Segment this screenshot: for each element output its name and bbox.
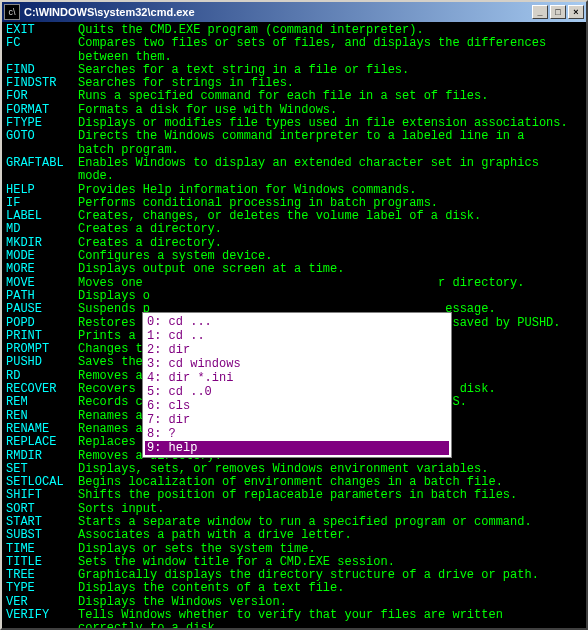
help-description: Formats a disk for use with Windows. — [78, 104, 337, 117]
window-buttons: _ □ × — [532, 5, 584, 19]
close-button[interactable]: × — [568, 5, 584, 19]
help-line: SUBSTAssociates a path with a drive lett… — [6, 529, 582, 542]
history-item[interactable]: 0: cd ... — [145, 315, 449, 329]
history-item[interactable]: 6: cls — [145, 399, 449, 413]
help-command: REN — [6, 410, 78, 423]
help-line: FORRuns a specified command for each fil… — [6, 90, 582, 103]
help-line: MOREDisplays output one screen at a time… — [6, 263, 582, 276]
help-command: LABEL — [6, 210, 78, 223]
help-description: Searches for strings in files. — [78, 77, 294, 90]
help-description: Removes a — [78, 370, 150, 383]
help-description: Displays the contents of a text file. — [78, 582, 344, 595]
help-description: Creates, changes, or deletes the volume … — [78, 210, 481, 223]
help-line: MDCreates a directory. — [6, 223, 582, 236]
history-item[interactable]: 7: dir — [145, 413, 449, 427]
help-command: REM — [6, 396, 78, 409]
help-command: GOTO — [6, 130, 78, 143]
help-line: MOVEMoves one r directory. — [6, 277, 582, 290]
help-description: Sorts input. — [78, 503, 164, 516]
help-command: TITLE — [6, 556, 78, 569]
help-description: Provides Help information for Windows co… — [78, 184, 416, 197]
help-command: MODE — [6, 250, 78, 263]
help-line-continuation: correctly to a disk. — [6, 622, 582, 628]
help-command: FINDSTR — [6, 77, 78, 90]
help-command: PROMPT — [6, 343, 78, 356]
help-line-continuation: between them. — [6, 51, 582, 64]
help-description: Quits the CMD.EXE program (command inter… — [78, 24, 424, 37]
maximize-button[interactable]: □ — [550, 5, 566, 19]
help-command: MORE — [6, 263, 78, 276]
help-description: Displays o — [78, 290, 150, 303]
help-line: FORMATFormats a disk for use with Window… — [6, 104, 582, 117]
help-line: IFPerforms conditional processing in bat… — [6, 197, 582, 210]
history-item[interactable]: 2: dir — [145, 343, 449, 357]
help-line-continuation: mode. — [6, 170, 582, 183]
help-command: SHIFT — [6, 489, 78, 502]
history-item[interactable]: 1: cd .. — [145, 329, 449, 343]
help-description: Performs conditional processing in batch… — [78, 197, 438, 210]
help-command: RENAME — [6, 423, 78, 436]
cmd-window: c\ C:\WINDOWS\system32\cmd.exe _ □ × EXI… — [0, 0, 588, 630]
cmd-icon: c\ — [4, 4, 20, 20]
minimize-button[interactable]: _ — [532, 5, 548, 19]
help-description: Moves one r directory. — [78, 277, 524, 290]
help-command: RD — [6, 370, 78, 383]
help-description: Configures a system device. — [78, 250, 272, 263]
help-command: VER — [6, 596, 78, 609]
help-line: TYPEDisplays the contents of a text file… — [6, 582, 582, 595]
help-line: GOTODirects the Windows command interpre… — [6, 130, 582, 143]
help-line: FCCompares two files or sets of files, a… — [6, 37, 582, 50]
help-description: Tells Windows whether to verify that you… — [78, 609, 503, 622]
help-line: FINDSTRSearches for strings in files. — [6, 77, 582, 90]
help-command: EXIT — [6, 24, 78, 37]
help-description: Enables Windows to display an extended c… — [78, 157, 539, 170]
history-item[interactable]: 5: cd ..0 — [145, 385, 449, 399]
help-command: PUSHD — [6, 356, 78, 369]
help-command: START — [6, 516, 78, 529]
help-description: Displays or modifies file types used in … — [78, 117, 568, 130]
history-item[interactable]: 3: cd windows — [145, 357, 449, 371]
help-command: FIND — [6, 64, 78, 77]
help-command: SORT — [6, 503, 78, 516]
help-description: Prints a t — [78, 330, 150, 343]
help-line: SORTSorts input. — [6, 503, 582, 516]
help-description: Displays or sets the system time. — [78, 543, 316, 556]
help-line-continuation: batch program. — [6, 144, 582, 157]
help-line: PATHDisplays o — [6, 290, 582, 303]
help-line: FINDSearches for a text string in a file… — [6, 64, 582, 77]
history-item[interactable]: 8: ? — [145, 427, 449, 441]
help-description: Sets the window title for a CMD.EXE sess… — [78, 556, 395, 569]
help-command: HELP — [6, 184, 78, 197]
terminal-area[interactable]: EXITQuits the CMD.EXE program (command i… — [2, 22, 586, 628]
help-line: SHIFTShifts the position of replaceable … — [6, 489, 582, 502]
help-description: Runs a specified command for each file i… — [78, 90, 488, 103]
help-description: Displays, sets, or removes Windows envir… — [78, 463, 488, 476]
titlebar[interactable]: c\ C:\WINDOWS\system32\cmd.exe _ □ × — [2, 2, 586, 22]
help-line: SETLOCALBegins localization of environme… — [6, 476, 582, 489]
history-item[interactable]: 9: help — [145, 441, 449, 455]
help-description: Changes th — [78, 343, 150, 356]
command-history-popup[interactable]: 0: cd ...1: cd ..2: dir3: cd windows4: d… — [142, 312, 452, 458]
help-description: Begins localization of environment chang… — [78, 476, 503, 489]
help-command: POPD — [6, 317, 78, 330]
window-title: C:\WINDOWS\system32\cmd.exe — [24, 6, 532, 18]
help-description: Displays output one screen at a time. — [78, 263, 344, 276]
help-description: Directs the Windows command interpreter … — [78, 130, 524, 143]
history-item[interactable]: 4: dir *.ini — [145, 371, 449, 385]
help-line: LABELCreates, changes, or deletes the vo… — [6, 210, 582, 223]
help-line: HELPProvides Help information for Window… — [6, 184, 582, 197]
help-description: Starts a separate window to run a specif… — [78, 516, 532, 529]
help-command: PATH — [6, 290, 78, 303]
help-description: Graphically displays the directory struc… — [78, 569, 539, 582]
help-description: Displays the Windows version. — [78, 596, 287, 609]
help-command: GRAFTABL — [6, 157, 78, 170]
help-command: FORMAT — [6, 104, 78, 117]
help-command: MOVE — [6, 277, 78, 290]
help-command: SET — [6, 463, 78, 476]
help-command: VERIFY — [6, 609, 78, 622]
help-line: TIMEDisplays or sets the system time. — [6, 543, 582, 556]
help-command: IF — [6, 197, 78, 210]
help-line: STARTStarts a separate window to run a s… — [6, 516, 582, 529]
help-description: Creates a directory. — [78, 223, 222, 236]
help-line: VERIFYTells Windows whether to verify th… — [6, 609, 582, 622]
